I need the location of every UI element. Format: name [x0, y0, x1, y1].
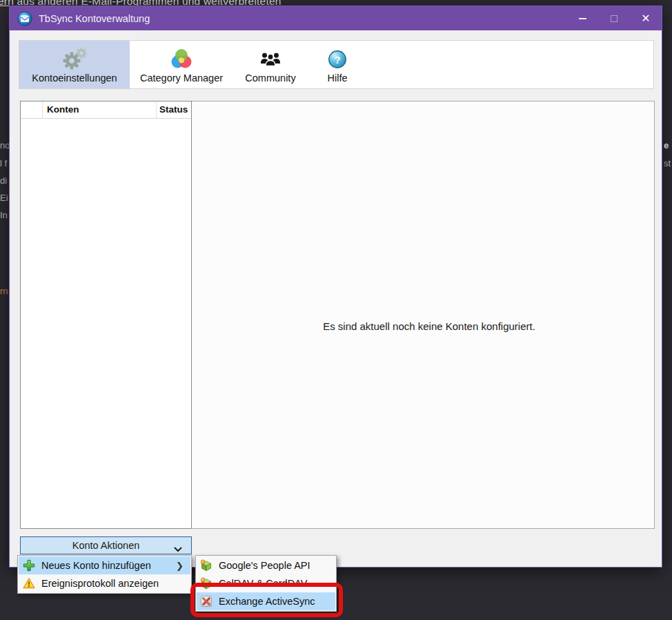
svg-text:?: ?	[334, 54, 340, 66]
tab-community[interactable]: Community	[233, 41, 308, 88]
plus-icon	[23, 559, 35, 572]
submenu-item-caldav-carddav[interactable]: CalDAV & CardDAV	[197, 574, 335, 592]
submenu-item-label: CalDAV & CardDAV	[219, 578, 307, 589]
column-header-status[interactable]: Status	[157, 101, 191, 118]
submenu-item-google-people-api[interactable]: Google's People API	[197, 556, 335, 574]
background-text-fragment: no	[0, 140, 9, 151]
people-icon	[259, 46, 281, 72]
exchange-icon	[200, 595, 213, 608]
menu-item-label: Neues Konto hinzufügen	[41, 560, 151, 571]
cube-icon	[200, 559, 213, 572]
background-text-fragment: Ei	[0, 193, 9, 203]
menu-item-neues-konto[interactable]: Neues Konto hinzufügen ❯	[19, 556, 190, 574]
background-text-fragment: e	[664, 140, 672, 151]
submenu-item-exchange-activesync[interactable]: Exchange ActiveSync	[197, 592, 335, 610]
menu-item-label: Ereignisprotokoll anzeigen	[41, 578, 159, 589]
close-button[interactable]: ✕	[630, 6, 662, 30]
help-icon: ?	[328, 46, 347, 72]
tbsync-window: TbSync Kontoverwaltung ✕	[9, 6, 662, 568]
tbsync-app-icon	[17, 11, 32, 26]
desktop-background: ern aus anderen E-Mail-Programmen und we…	[0, 0, 672, 620]
tab-label: Kontoeinstellungen	[32, 72, 117, 84]
window-controls: ✕	[566, 6, 662, 30]
detail-pane: Es sind aktuell noch keine Konten konfig…	[192, 101, 655, 529]
maximize-button[interactable]	[598, 6, 630, 30]
chevron-down-icon	[174, 543, 182, 554]
submenu-item-label: Exchange ActiveSync	[219, 596, 315, 607]
tab-category-manager[interactable]: Category Manager	[130, 41, 233, 88]
tab-hilfe[interactable]: ? Hilfe	[308, 41, 367, 88]
konto-aktionen-label: Konto Aktionen	[72, 540, 140, 551]
background-text-fragment: In	[0, 210, 9, 220]
venn-circles-icon	[170, 46, 192, 72]
toolbar: Kontoeinstellungen Category Manager	[19, 40, 654, 89]
neues-konto-submenu: Google's People API CalDAV & CardDAV	[195, 555, 337, 612]
cube-icon	[200, 577, 213, 590]
gears-icon	[61, 46, 88, 72]
submenu-arrow-icon: ❯	[176, 561, 184, 571]
tab-kontoeinstellungen[interactable]: Kontoeinstellungen	[19, 41, 130, 88]
column-header-konten[interactable]: Konten	[43, 101, 157, 118]
tab-label: Community	[245, 72, 295, 84]
window-title: TbSync Kontoverwaltung	[39, 13, 150, 24]
tab-label: Hilfe	[327, 72, 347, 84]
konto-aktionen-menu: Neues Konto hinzufügen ❯ Ereignisprotoko…	[17, 555, 192, 594]
minimize-button[interactable]	[566, 6, 598, 30]
accounts-table-header: Konten Status	[21, 101, 191, 119]
warning-icon	[23, 577, 35, 590]
konto-aktionen-button[interactable]: Konto Aktionen	[20, 536, 192, 554]
background-text-fragment: di	[0, 175, 9, 186]
empty-accounts-message: Es sind aktuell noch keine Konten konfig…	[310, 298, 535, 332]
background-text-fragment: rn	[0, 286, 9, 296]
column-header-checkbox[interactable]	[21, 101, 43, 118]
accounts-list-panel: Konten Status	[20, 101, 192, 529]
submenu-item-label: Google's People API	[219, 560, 310, 571]
menu-item-ereignisprotokoll[interactable]: Ereignisprotokoll anzeigen	[19, 574, 190, 592]
titlebar: TbSync Kontoverwaltung ✕	[10, 6, 662, 30]
background-text-fragment: l f	[0, 158, 9, 168]
tab-label: Category Manager	[140, 72, 223, 84]
background-text-fragment: st	[664, 158, 672, 168]
